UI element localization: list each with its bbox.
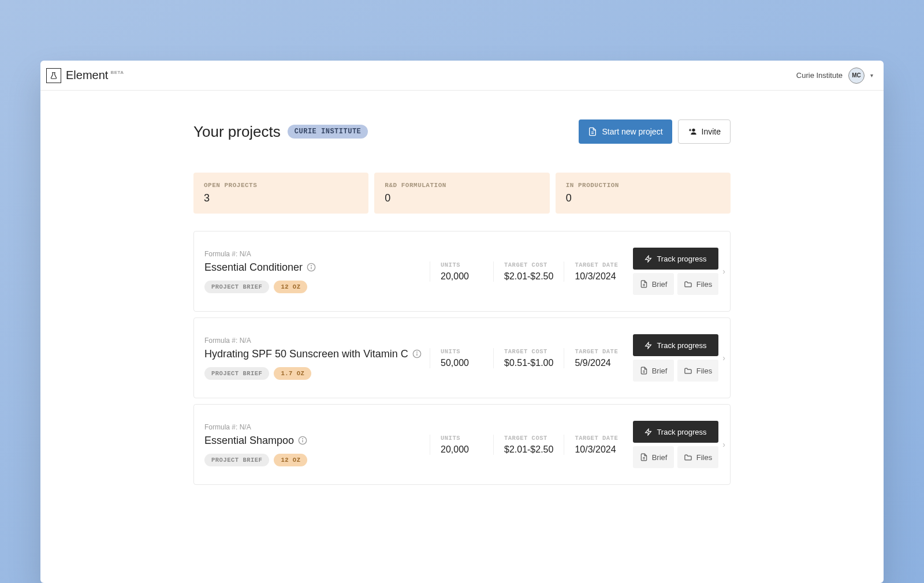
content: Your projects CURIE INSTITUTE Start new …: [40, 91, 884, 583]
project-name: Hydrating SPF 50 Sunscreen with Vitamin …: [204, 348, 408, 360]
chevron-right-icon[interactable]: ›: [722, 267, 725, 276]
start-new-project-button[interactable]: Start new project: [579, 119, 672, 144]
project-actions: Track progress Brief Files: [633, 334, 718, 382]
project-name-row: Hydrating SPF 50 Sunscreen with Vitamin …: [204, 348, 424, 360]
project-name-row: Essential Shampoo: [204, 435, 424, 447]
svg-point-20: [303, 439, 303, 439]
info-icon[interactable]: [412, 349, 422, 358]
document-icon: [640, 453, 648, 461]
metric-label: TARGET COST: [504, 435, 553, 442]
brief-button[interactable]: Brief: [633, 360, 674, 382]
avatar[interactable]: MC: [848, 68, 865, 84]
brand-logo-icon: [46, 68, 61, 83]
metric-label: TARGET DATE: [575, 261, 618, 268]
beta-badge: BETA: [110, 70, 124, 75]
track-progress-button[interactable]: Track progress: [633, 421, 718, 443]
metric-label: UNITS: [441, 261, 483, 268]
chevron-right-icon[interactable]: ›: [722, 353, 725, 362]
stat-value: 0: [385, 192, 539, 204]
metric-value: $0.51-$1.00: [504, 358, 553, 368]
stats-row: OPEN PROJECTS 3 R&D FORMULATION 0 IN PRO…: [193, 173, 731, 214]
chevron-right-icon[interactable]: ›: [722, 440, 725, 449]
brief-label: Brief: [652, 367, 668, 375]
formula-prefix: Formula #:: [204, 250, 240, 258]
document-icon: [588, 127, 597, 136]
metric-value: 5/9/2024: [575, 358, 618, 368]
files-label: Files: [696, 280, 712, 289]
project-main: Formula #: N/A Hydrating SPF 50 Sunscree…: [204, 337, 430, 380]
track-progress-button[interactable]: Track progress: [633, 334, 718, 356]
formula-prefix: Formula #:: [204, 423, 240, 431]
formula-line: Formula #: N/A: [204, 423, 424, 431]
lightning-icon: [644, 428, 652, 436]
invite-person-icon: [688, 127, 697, 136]
brief-button[interactable]: Brief: [633, 273, 674, 295]
metric-value: 20,000: [441, 271, 483, 282]
info-icon[interactable]: [307, 263, 316, 272]
folder-icon: [684, 280, 692, 289]
files-button[interactable]: Files: [677, 360, 718, 382]
invite-button[interactable]: Invite: [678, 119, 731, 144]
topbar-right: Curie Institute MC ▾: [796, 68, 873, 84]
metric-target-cost: TARGET COST $2.01-$2.50: [493, 261, 564, 282]
size-tag: 12 OZ: [274, 454, 307, 466]
project-actions: Track progress Brief Files: [633, 421, 718, 468]
metric-target-date: TARGET DATE 10/3/2024: [564, 435, 628, 455]
formula-value: N/A: [240, 337, 251, 345]
project-name: Essential Conditioner: [204, 261, 303, 274]
project-main: Formula #: N/A Essential Shampoo PROJECT…: [204, 423, 430, 466]
metric-units: UNITS 20,000: [430, 261, 493, 282]
files-button[interactable]: Files: [677, 273, 718, 295]
svg-marker-9: [646, 256, 651, 262]
project-row[interactable]: Formula #: N/A Hydrating SPF 50 Sunscree…: [193, 317, 731, 398]
project-row[interactable]: Formula #: N/A Essential Conditioner PRO…: [193, 231, 731, 312]
files-label: Files: [696, 367, 712, 375]
info-icon[interactable]: [298, 436, 307, 445]
folder-icon: [684, 453, 692, 462]
topbar: Element BETA Curie Institute MC ▾: [40, 61, 884, 91]
files-button[interactable]: Files: [677, 446, 718, 468]
formula-line: Formula #: N/A: [204, 250, 424, 258]
track-progress-label: Track progress: [657, 255, 706, 263]
org-name: Curie Institute: [796, 71, 843, 80]
files-label: Files: [696, 453, 712, 462]
user-menu-caret-icon[interactable]: ▾: [870, 72, 873, 79]
page-header-actions: Start new project Invite: [579, 119, 731, 144]
metric-value: 20,000: [441, 444, 483, 455]
tag-row: PROJECT BRIEF 12 OZ: [204, 281, 424, 293]
metric-value: 10/3/2024: [575, 444, 618, 455]
metric-value: 50,000: [441, 358, 483, 368]
lightning-icon: [644, 255, 652, 263]
stat-rd-formulation: R&D FORMULATION 0: [374, 173, 549, 214]
page-header-left: Your projects CURIE INSTITUTE: [193, 123, 368, 141]
metric-label: UNITS: [441, 435, 483, 442]
action-row: Brief Files: [633, 273, 718, 295]
metric-value: $2.01-$2.50: [504, 444, 553, 455]
brand[interactable]: Element BETA: [46, 68, 124, 83]
stat-label: IN PRODUCTION: [566, 182, 720, 189]
invite-label: Invite: [702, 127, 721, 136]
stat-value: 3: [204, 192, 358, 204]
brief-label: Brief: [652, 453, 668, 462]
track-progress-button[interactable]: Track progress: [633, 248, 718, 270]
project-main: Formula #: N/A Essential Conditioner PRO…: [204, 250, 430, 293]
stat-label: R&D FORMULATION: [385, 182, 539, 189]
lightning-icon: [644, 342, 652, 349]
project-brief-tag: PROJECT BRIEF: [204, 367, 269, 380]
action-row: Brief Files: [633, 360, 718, 382]
stat-label: OPEN PROJECTS: [204, 182, 358, 189]
track-progress-label: Track progress: [657, 341, 706, 350]
svg-point-14: [416, 352, 417, 353]
app-window: Element BETA Curie Institute MC ▾ Your p…: [40, 61, 884, 583]
svg-marker-15: [646, 342, 651, 349]
brand-name: Element: [66, 69, 108, 82]
brief-button[interactable]: Brief: [633, 446, 674, 468]
org-chip: CURIE INSTITUTE: [288, 125, 368, 139]
start-new-project-label: Start new project: [602, 127, 662, 136]
document-icon: [640, 280, 648, 288]
project-name: Essential Shampoo: [204, 435, 294, 447]
project-row[interactable]: Formula #: N/A Essential Shampoo PROJECT…: [193, 404, 731, 485]
stat-in-production: IN PRODUCTION 0: [556, 173, 731, 214]
metric-target-cost: TARGET COST $2.01-$2.50: [493, 435, 564, 455]
action-row: Brief Files: [633, 446, 718, 468]
